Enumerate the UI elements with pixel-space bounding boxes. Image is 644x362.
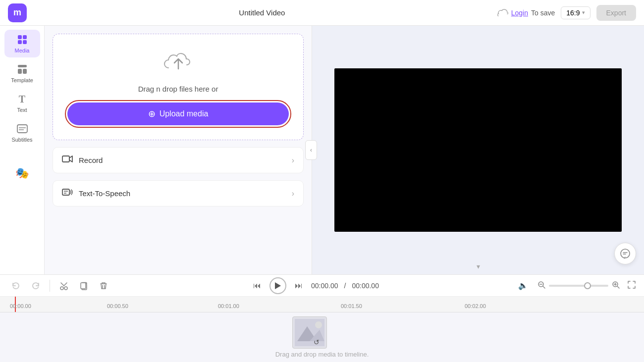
total-time: 00:00.00: [352, 282, 379, 290]
expand-icon[interactable]: [627, 280, 636, 291]
svg-rect-4: [23, 40, 27, 44]
cloud-upload-icon: [163, 50, 193, 78]
play-button[interactable]: [269, 277, 286, 294]
svg-rect-7: [23, 69, 27, 74]
timeline-ruler: 00:00.00 00:00.50 00:01.00 00:01.50 00:0…: [0, 297, 644, 312]
svg-rect-5: [18, 65, 27, 67]
effects-icon: 🎭: [16, 167, 28, 179]
upload-btn-wrapper: ⊕ Upload media: [65, 100, 291, 128]
sidebar-item-media[interactable]: Media: [4, 30, 40, 57]
svg-point-33: [315, 321, 322, 328]
record-row[interactable]: Record ›: [53, 147, 304, 173]
timeline-thumbnail: ↺: [292, 316, 327, 349]
svg-rect-3: [18, 40, 22, 44]
chevron-right-icon-record: ›: [292, 156, 294, 165]
preview-area: ‹ ▾: [312, 26, 644, 274]
sidebar-item-label-subtitles: Subtitles: [11, 137, 32, 143]
aspect-ratio-value: 16:9: [566, 9, 580, 17]
ruler-label-1: 00:00.50: [107, 303, 128, 309]
login-link[interactable]: Login: [511, 9, 528, 17]
ruler-label-0: 00:00.00: [10, 303, 31, 309]
zoom-slider[interactable]: [549, 285, 608, 287]
toolbar-separator-1: [50, 280, 50, 292]
svg-point-15: [621, 249, 630, 258]
sidebar: Media Template T Text: [0, 26, 45, 274]
zoom-slider-thumb[interactable]: [584, 282, 591, 289]
svg-rect-11: [62, 156, 69, 162]
template-icon: [16, 63, 28, 75]
ruler-label-3: 00:01.50: [341, 303, 362, 309]
video-preview-screen: [334, 68, 622, 232]
collapse-icon: ‹: [310, 147, 312, 154]
drag-drop-text: Drag n drop files here or: [138, 85, 218, 93]
svg-point-16: [60, 287, 63, 290]
upload-area: Drag n drop files here or ⊕ Upload media: [53, 34, 304, 140]
playback-controls-bar: ⏮ ⏭ 00:00.00 / 00:00.00 🔈: [0, 275, 644, 297]
redo-button[interactable]: [28, 278, 44, 294]
main-layout: Media Template T Text: [0, 26, 644, 274]
timeline-track[interactable]: ↺ Drag and drop media to timeline.: [0, 312, 644, 362]
record-label: Record: [79, 156, 103, 164]
delete-button[interactable]: [96, 278, 111, 294]
upload-media-button[interactable]: ⊕ Upload media: [67, 103, 289, 125]
svg-rect-6: [18, 69, 22, 74]
svg-line-25: [543, 286, 545, 288]
sidebar-item-effects[interactable]: 🎭: [4, 163, 40, 183]
bottom-area: ⏮ ⏭ 00:00.00 / 00:00.00 🔈 0: [0, 274, 644, 362]
aspect-ratio-selector[interactable]: 16:9 ▾: [561, 6, 590, 19]
media-icon: [16, 34, 28, 46]
tts-label: Text-To-Speech: [79, 189, 130, 198]
login-suffix: To save: [531, 9, 555, 17]
tts-row[interactable]: Text-To-Speech ›: [53, 180, 304, 207]
sidebar-item-subtitles[interactable]: Subtitles: [4, 119, 40, 147]
cut-button[interactable]: [56, 278, 72, 294]
record-icon: [62, 155, 73, 166]
svg-rect-1: [18, 35, 22, 39]
video-title: Untitled Video: [239, 8, 285, 17]
sidebar-item-template[interactable]: Template: [4, 59, 40, 87]
svg-rect-21: [81, 283, 86, 289]
cloud-save-icon: [497, 9, 508, 17]
svg-text:↺: ↺: [314, 338, 320, 346]
ruler-tick-area: 00:00.00 00:00.50 00:01.00 00:01.50 00:0…: [0, 297, 644, 312]
export-button[interactable]: Export: [596, 5, 636, 21]
svg-rect-8: [17, 125, 27, 133]
scroll-down-indicator: ▾: [477, 262, 480, 270]
subtitles-icon: [16, 123, 28, 135]
timeline-drop-text: Drag and drop media to timeline.: [275, 351, 369, 358]
chevron-down-icon: ▾: [582, 9, 585, 16]
svg-marker-22: [275, 282, 281, 289]
topbar-login-area: Login To save: [497, 9, 555, 17]
tts-icon: [62, 188, 73, 199]
chat-float-button[interactable]: [614, 243, 636, 264]
sidebar-item-label-text: Text: [17, 107, 27, 113]
ruler-label-4: 00:02.00: [465, 303, 486, 309]
text-icon: T: [16, 93, 28, 105]
sidebar-item-label-template: Template: [11, 77, 33, 83]
topbar: m Untitled Video Login To save 16:9 ▾ Ex…: [0, 0, 644, 26]
volume-icon[interactable]: 🔈: [518, 281, 528, 290]
plus-circle-icon: ⊕: [148, 108, 156, 119]
zoom-out-icon[interactable]: [537, 280, 546, 291]
copy-button[interactable]: [76, 278, 92, 294]
video-canvas-area: ▾: [312, 26, 644, 274]
media-panel: Drag n drop files here or ⊕ Upload media…: [45, 26, 312, 274]
time-separator: /: [344, 282, 346, 290]
svg-line-19: [61, 283, 64, 286]
skip-forward-button[interactable]: ⏭: [292, 279, 305, 292]
zoom-in-icon[interactable]: [611, 280, 620, 291]
panel-collapse-toggle[interactable]: ‹: [305, 140, 317, 160]
svg-line-18: [64, 283, 67, 286]
undo-button[interactable]: [8, 278, 24, 294]
svg-point-17: [64, 287, 67, 290]
app-logo[interactable]: m: [8, 3, 27, 22]
chevron-right-icon-tts: ›: [292, 189, 294, 198]
sidebar-item-label-media: Media: [15, 48, 30, 53]
current-time: 00:00.00: [311, 282, 338, 290]
svg-rect-2: [23, 35, 27, 39]
upload-btn-label: Upload media: [160, 109, 209, 118]
svg-rect-12: [62, 189, 69, 195]
skip-back-button[interactable]: ⏮: [251, 279, 264, 292]
topbar-title: Untitled Video: [33, 8, 491, 17]
sidebar-item-text[interactable]: T Text: [4, 89, 40, 117]
